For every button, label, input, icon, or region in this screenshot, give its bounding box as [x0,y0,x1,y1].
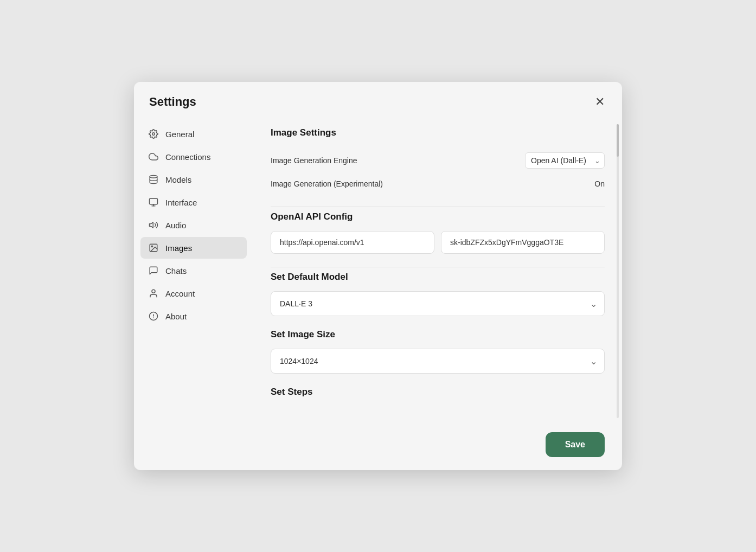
close-button[interactable]: ✕ [593,94,607,110]
sidebar-label-models: Models [165,175,191,184]
save-button[interactable]: Save [546,432,605,457]
sidebar-item-connections[interactable]: Connections [140,146,247,168]
size-select-wrapper: 1024×1024 512×512 256×256 ⌄ [271,349,605,374]
image-icon [148,242,159,253]
speaker-icon [148,220,159,230]
sidebar-item-images[interactable]: Images [140,237,247,259]
divider-1 [271,207,605,207]
sidebar-item-chats[interactable]: Chats [140,260,247,281]
sidebar-label-interface: Interface [165,198,197,207]
image-settings-title: Image Settings [271,127,605,138]
sidebar-label-general: General [165,130,194,139]
svg-point-0 [152,133,155,136]
sidebar-label-chats: Chats [165,266,187,275]
model-select-wrapper: DALL·E 3 DALL·E 2 ⌄ [271,291,605,316]
experimental-value[interactable]: On [594,179,605,188]
openai-api-title: OpenAI API Config [271,211,605,222]
engine-row: Image Generation Engine Open AI (Dall-E)… [271,147,605,174]
image-size-title: Set Image Size [271,329,605,340]
model-select[interactable]: DALL·E 3 DALL·E 2 [271,291,605,316]
svg-point-8 [152,290,155,293]
settings-modal: Settings ✕ General Connections [134,82,622,470]
divider-2 [271,267,605,267]
info-icon [148,311,159,322]
scroll-thumb [617,124,619,157]
sidebar-label-about: About [165,312,187,321]
main-content: Image Settings Image Generation Engine O… [253,119,622,423]
experimental-label: Image Generation (Experimental) [271,179,383,188]
api-input-row [271,231,605,254]
svg-rect-2 [150,198,158,204]
monitor-icon [148,197,159,208]
sidebar-item-about[interactable]: About [140,305,247,327]
sidebar-item-interface[interactable]: Interface [140,191,247,213]
engine-select[interactable]: Open AI (Dall-E) [525,152,605,169]
api-url-input[interactable] [271,231,434,254]
sidebar-label-images: Images [165,243,192,253]
scroll-track [617,124,619,418]
default-model-section: Set Default Model DALL·E 3 DALL·E 2 ⌄ [271,272,605,316]
size-select[interactable]: 1024×1024 512×512 256×256 [271,349,605,374]
gear-icon [148,129,159,139]
stack-icon [148,174,159,185]
steps-title: Set Steps [271,387,605,397]
sidebar-item-account[interactable]: Account [140,283,247,304]
steps-section: Set Steps [271,387,605,397]
sidebar-label-audio: Audio [165,221,186,230]
svg-marker-5 [150,222,153,228]
openai-api-section: OpenAI API Config [271,211,605,254]
image-settings-section: Image Settings Image Generation Engine O… [271,127,605,194]
default-model-title: Set Default Model [271,272,605,283]
sidebar-label-account: Account [165,289,195,298]
modal-footer: Save [134,423,622,470]
sidebar: General Connections Models [134,119,253,423]
api-key-input[interactable] [441,231,605,254]
sidebar-item-models[interactable]: Models [140,169,247,190]
modal-header: Settings ✕ [134,82,622,119]
svg-point-7 [151,246,152,247]
engine-select-wrapper: Open AI (Dall-E) ⌄ [525,152,605,169]
sidebar-item-general[interactable]: General [140,123,247,145]
svg-point-1 [150,176,157,178]
chat-icon [148,265,159,276]
modal-title: Settings [149,95,196,109]
person-icon [148,288,159,299]
experimental-row: Image Generation (Experimental) On [271,174,605,194]
sidebar-item-audio[interactable]: Audio [140,214,247,236]
cloud-icon [148,151,159,162]
sidebar-label-connections: Connections [165,152,210,162]
image-size-section: Set Image Size 1024×1024 512×512 256×256… [271,329,605,374]
modal-body: General Connections Models [134,119,622,423]
engine-label: Image Generation Engine [271,156,357,165]
